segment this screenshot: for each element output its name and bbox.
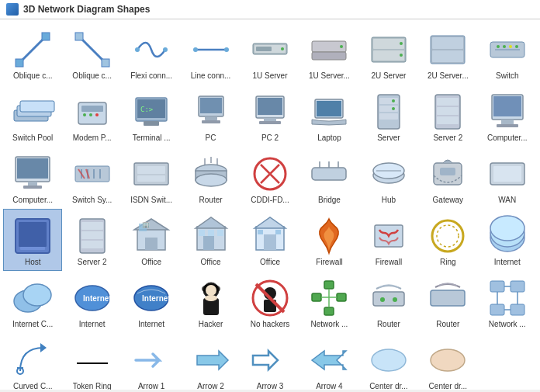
server-icon [369,92,409,132]
shape-item-gateway[interactable]: Gateway [418,147,477,209]
shape-item-network-s[interactable]: Network ... [299,271,358,333]
shape-item-internet3[interactable]: Internet Internet [122,271,181,333]
shape-item-no-hackers[interactable]: No hackers [241,271,299,333]
shape-label-curved-c: Curved C... [13,382,53,390]
svg-rect-70 [28,182,37,186]
shape-item-modem-p[interactable]: Modem P... [62,85,121,147]
line-connector-icon [191,29,231,70]
shape-item-router3[interactable]: Router [418,271,477,333]
shape-item-wan[interactable]: WAN [478,147,537,209]
network-s-icon [309,278,349,318]
router3-icon [428,278,468,318]
shape-item-pc2[interactable]: PC 2 [241,85,299,147]
shape-item-host[interactable]: Host [3,209,62,271]
shape-item-ring[interactable]: Ring [418,209,477,271]
svg-rect-138 [373,292,404,306]
shape-item-bridge[interactable]: Bridge [299,147,358,209]
svg-rect-144 [490,304,504,315]
shape-label-switch-pool: Switch Pool [12,134,53,143]
shape-label-office2: Office [201,258,221,267]
svg-point-37 [83,113,86,116]
shape-label-firewall2: Firewall [376,258,402,267]
shape-item-token-ring[interactable]: Token Ring [62,333,121,390]
shape-item-office2[interactable]: Office [181,209,240,271]
shape-item-switch-sy[interactable]: Switch Sy... [62,147,121,209]
shape-item-firewall2[interactable]: Firewall [359,209,418,271]
shape-item-computer[interactable]: Computer... [478,85,537,147]
no-hackers-icon [250,278,290,318]
shape-label-flexi-conn: Flexi conn... [130,71,172,81]
shape-item-arrow2[interactable]: Arrow 2 [181,333,240,390]
shape-item-center-dr2[interactable]: Center dr... [418,333,477,390]
shape-item-internet2[interactable]: Internet Internet [62,271,121,333]
shape-item-arrow1[interactable]: Arrow 1 [122,333,181,390]
shape-item-1u-server2[interactable]: 1U Server... [299,23,358,85]
shape-item-server[interactable]: Server [359,85,418,147]
shape-item-2u-server2[interactable]: 2U Server... [418,23,477,85]
internet3-icon: Internet [131,278,171,318]
internet-c-icon [12,278,53,318]
shape-item-center-dr1[interactable]: Center dr... [359,333,418,390]
shape-item-oblique-c1[interactable]: Oblique c... [3,23,62,85]
svg-point-38 [89,113,92,116]
shape-item-switch-pool[interactable]: Switch Pool [3,85,62,147]
svg-rect-14 [256,47,272,51]
shape-item-firewall1[interactable]: Firewall [299,209,358,271]
shape-label-no-hackers: No hackers [251,320,290,329]
shape-item-curved-c[interactable]: Curved C... [3,333,62,390]
shape-item-2u-server[interactable]: 2U Server [359,23,418,85]
shape-item-network2[interactable]: Network ... [478,271,537,333]
svg-rect-71 [23,186,42,189]
shape-item-laptop[interactable]: Laptop [299,85,358,147]
shape-item-flexi-conn[interactable]: Flexi conn... [122,23,181,85]
svg-rect-132 [324,281,334,289]
shape-item-cddi-fd[interactable]: CDDI-FD... [241,147,299,209]
svg-rect-102 [203,236,214,250]
internet-icon [487,216,528,256]
shape-item-internet[interactable]: Internet [478,209,537,271]
shape-item-hub[interactable]: Hub [359,147,418,209]
shape-item-server2[interactable]: Server 2 [418,85,477,147]
shape-item-office1[interactable]: 🏢 Office [122,209,181,271]
svg-rect-75 [137,175,165,182]
curved-c-icon [12,340,53,380]
shape-item-arrow3[interactable]: Arrow 3 [241,333,299,390]
svg-rect-19 [373,39,404,49]
shape-label-switch: Switch [496,71,518,81]
shape-item-isdn-swit[interactable]: ISDN Swit... [122,147,181,209]
shape-item-oblique-c2[interactable]: Oblique c... [62,23,121,85]
svg-rect-51 [259,121,281,124]
shape-label-internet3: Internet [138,320,164,329]
svg-rect-108 [264,234,276,250]
shape-item-internet-c[interactable]: Internet C... [3,271,62,333]
shape-item-computer2[interactable]: Computer... [3,147,62,209]
shape-item-switch[interactable]: Switch [478,23,537,85]
svg-marker-154 [197,351,228,369]
host-icon [12,216,53,256]
shape-label-switch-sy: Switch Sy... [72,196,112,205]
shape-item-terminal[interactable]: C:> Terminal ... [122,85,181,147]
shape-item-line-conn[interactable]: Line conn... [181,23,240,85]
shape-item-router2[interactable]: Router [359,271,418,333]
arrow4-icon [309,340,349,380]
shape-label-oblique-c1: Oblique c... [13,71,53,81]
svg-point-17 [340,45,343,48]
shape-item-office3[interactable]: Office [241,209,299,271]
shape-item-arrow4[interactable]: Arrow 4 [299,333,358,390]
2u-server-icon [369,29,409,70]
svg-marker-101 [196,217,227,228]
shape-label-hub: Hub [382,196,396,205]
shape-item-hacker[interactable]: Hacker [181,271,240,333]
shape-item-pc[interactable]: PC [181,85,240,147]
title-bar: 3D Network Diagram Shapes [0,0,540,19]
shape-label-router2: Router [377,320,400,329]
office2-icon [191,216,231,256]
shape-label-server2: Server 2 [433,134,462,143]
switch-icon [487,29,528,70]
shape-label-arrow4: Arrow 4 [316,382,342,390]
shape-item-router[interactable]: Router [181,147,240,209]
shape-item-server2b[interactable]: Server 2 [62,209,121,271]
shape-item-1u-server[interactable]: 1U Server [241,23,299,85]
firewall1-icon [309,216,349,256]
shape-label-pc: PC [206,134,216,143]
